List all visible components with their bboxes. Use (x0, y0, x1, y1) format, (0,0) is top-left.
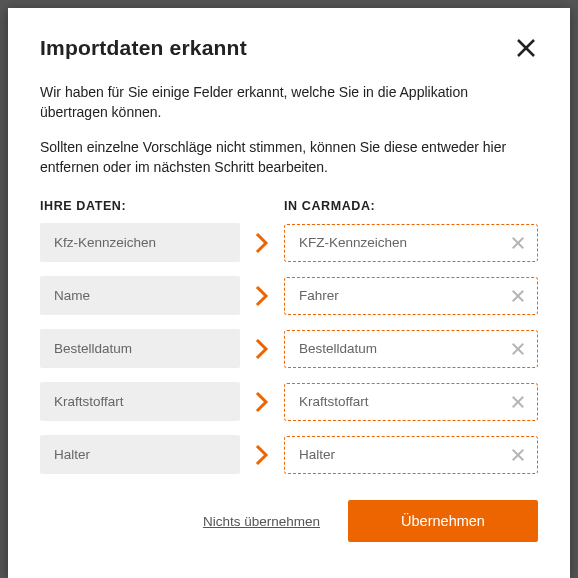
source-field: Kfz-Kennzeichen (40, 223, 240, 262)
modal-header: Importdaten erkannt (40, 36, 538, 60)
mapping-row: KraftstoffartKraftstoffart (40, 382, 538, 421)
target-field-label: KFZ-Kennzeichen (299, 235, 407, 250)
mapping-row: NameFahrer (40, 276, 538, 315)
intro-paragraph-1: Wir haben für Sie einige Felder erkannt,… (40, 82, 538, 123)
modal-intro: Wir haben für Sie einige Felder erkannt,… (40, 82, 538, 177)
remove-mapping-icon[interactable] (509, 393, 527, 411)
target-field[interactable]: KFZ-Kennzeichen (284, 224, 538, 262)
target-field[interactable]: Fahrer (284, 277, 538, 315)
source-field: Halter (40, 435, 240, 474)
source-field: Bestelldatum (40, 329, 240, 368)
intro-paragraph-2: Sollten einzelne Vorschläge nicht stimme… (40, 137, 538, 178)
columns-header: IHRE DATEN: IN CARMADA: (40, 199, 538, 213)
arrow-cell (240, 391, 284, 413)
arrow-cell (240, 232, 284, 254)
remove-mapping-icon[interactable] (509, 234, 527, 252)
chevron-right-icon (254, 391, 270, 413)
chevron-right-icon (254, 338, 270, 360)
arrow-cell (240, 285, 284, 307)
source-field: Kraftstoffart (40, 382, 240, 421)
mapping-row: HalterHalter (40, 435, 538, 474)
chevron-right-icon (254, 444, 270, 466)
skip-import-link[interactable]: Nichts übernehmen (203, 514, 320, 529)
remove-mapping-icon[interactable] (509, 340, 527, 358)
close-icon[interactable] (514, 36, 538, 60)
target-field[interactable]: Halter (284, 436, 538, 474)
source-field: Name (40, 276, 240, 315)
modal-footer: Nichts übernehmen Übernehmen (40, 500, 538, 542)
chevron-right-icon (254, 232, 270, 254)
target-field-label: Bestelldatum (299, 341, 377, 356)
arrow-cell (240, 338, 284, 360)
chevron-right-icon (254, 285, 270, 307)
remove-mapping-icon[interactable] (509, 287, 527, 305)
target-field-label: Fahrer (299, 288, 339, 303)
import-mapping-modal: Importdaten erkannt Wir haben für Sie ei… (8, 8, 570, 578)
mapping-row: Kfz-KennzeichenKFZ-Kennzeichen (40, 223, 538, 262)
arrow-cell (240, 444, 284, 466)
source-column-header: IHRE DATEN: (40, 199, 240, 213)
target-field[interactable]: Kraftstoffart (284, 383, 538, 421)
remove-mapping-icon[interactable] (509, 446, 527, 464)
target-field-label: Halter (299, 447, 335, 462)
mappings-list: Kfz-KennzeichenKFZ-KennzeichenNameFahrer… (40, 223, 538, 474)
target-column-header: IN CARMADA: (284, 199, 538, 213)
mapping-row: BestelldatumBestelldatum (40, 329, 538, 368)
target-field-label: Kraftstoffart (299, 394, 369, 409)
modal-title: Importdaten erkannt (40, 36, 247, 60)
accept-button[interactable]: Übernehmen (348, 500, 538, 542)
target-field[interactable]: Bestelldatum (284, 330, 538, 368)
